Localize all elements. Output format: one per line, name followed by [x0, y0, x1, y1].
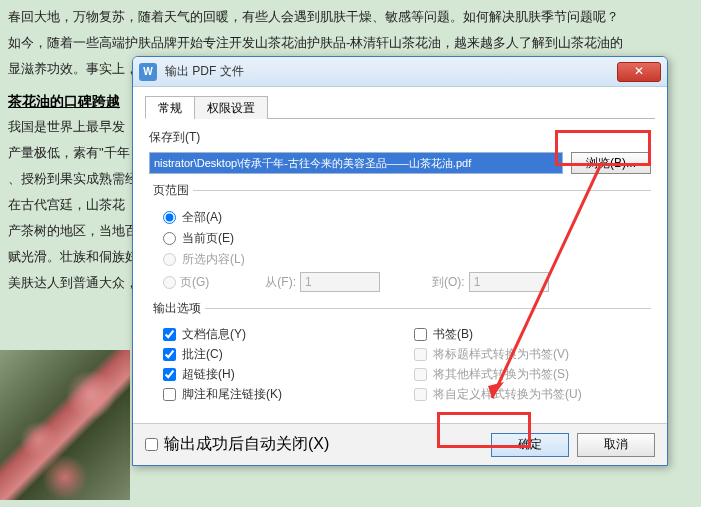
background-image — [0, 350, 130, 500]
to-label: 到(O): — [432, 274, 465, 291]
output-options-title: 输出选项 — [149, 300, 205, 317]
from-label: 从(F): — [265, 274, 296, 291]
bg-line: 春回大地，万物复苏，随着天气的回暖，有些人会遇到肌肤干燥、敏感等问题。如何解决肌… — [8, 4, 693, 30]
chk-comments-label: 批注(C) — [182, 346, 223, 363]
radio-selection — [163, 253, 176, 266]
chk-autoclose[interactable] — [145, 438, 158, 451]
save-to-label: 保存到(T) — [149, 129, 217, 146]
chk-footnotes[interactable] — [163, 388, 176, 401]
bg-line: 如今，随着一些高端护肤品牌开始专注开发山茶花油护肤品-林清轩山茶花油，越来越多人… — [8, 30, 693, 56]
chk-bookmarks-label: 书签(B) — [433, 326, 473, 343]
export-pdf-dialog: W 输出 PDF 文件 ✕ 常规 权限设置 保存到(T) 浏览(B)... 页范… — [132, 56, 668, 466]
chk-heading-bm-label: 将标题样式转换为书签(V) — [433, 346, 569, 363]
chk-custom-bm-label: 将自定义样式转换为书签(U) — [433, 386, 582, 403]
dialog-title: 输出 PDF 文件 — [165, 63, 244, 80]
app-icon: W — [139, 63, 157, 81]
from-input — [300, 272, 380, 292]
radio-current[interactable] — [163, 232, 176, 245]
chk-hyperlinks[interactable] — [163, 368, 176, 381]
tab-permissions[interactable]: 权限设置 — [194, 96, 268, 119]
chk-docinfo-label: 文档信息(Y) — [182, 326, 246, 343]
chk-other-bm — [414, 368, 427, 381]
chk-comments[interactable] — [163, 348, 176, 361]
chk-docinfo[interactable] — [163, 328, 176, 341]
close-button[interactable]: ✕ — [617, 62, 661, 82]
radio-all-label: 全部(A) — [182, 209, 222, 226]
dialog-footer: 输出成功后自动关闭(X) 确定 取消 — [133, 423, 667, 465]
radio-pages-label: 页(G) — [180, 274, 209, 291]
radio-all[interactable] — [163, 211, 176, 224]
radio-selection-label: 所选内容(L) — [182, 251, 245, 268]
page-range-group: 页范围 全部(A) 当前页(E) 所选内容(L) 页(G) 从(F): 到(O)… — [149, 182, 651, 292]
radio-pages — [163, 276, 176, 289]
radio-current-label: 当前页(E) — [182, 230, 234, 247]
tab-general[interactable]: 常规 — [145, 96, 195, 119]
page-range-title: 页范围 — [149, 182, 193, 199]
ok-button[interactable]: 确定 — [491, 433, 569, 457]
save-path-input[interactable] — [149, 152, 563, 174]
to-input — [469, 272, 549, 292]
tabs: 常规 权限设置 — [145, 95, 655, 119]
chk-bookmarks[interactable] — [414, 328, 427, 341]
chk-custom-bm — [414, 388, 427, 401]
chk-hyperlinks-label: 超链接(H) — [182, 366, 235, 383]
chk-other-bm-label: 将其他样式转换为书签(S) — [433, 366, 569, 383]
cancel-button[interactable]: 取消 — [577, 433, 655, 457]
chk-footnotes-label: 脚注和尾注链接(K) — [182, 386, 282, 403]
titlebar[interactable]: W 输出 PDF 文件 ✕ — [133, 57, 667, 87]
browse-button[interactable]: 浏览(B)... — [571, 152, 651, 174]
output-options-group: 输出选项 文档信息(Y) 批注(C) 超链接(H) 脚注和尾注链接(K) 书签(… — [149, 300, 651, 406]
chk-autoclose-label: 输出成功后自动关闭(X) — [164, 434, 329, 455]
chk-heading-bm — [414, 348, 427, 361]
